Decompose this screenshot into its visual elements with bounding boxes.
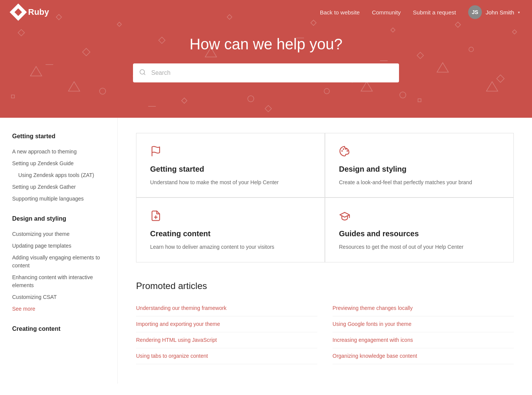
sidebar-link-csat[interactable]: Customizing CSAT bbox=[12, 291, 105, 303]
logo-icon bbox=[10, 3, 27, 21]
svg-point-25 bbox=[248, 96, 254, 102]
sidebar-link-languages[interactable]: Supporting multiple languages bbox=[12, 193, 105, 205]
promoted-link-6[interactable]: Using Google fonts in your theme bbox=[332, 316, 514, 332]
svg-point-41 bbox=[345, 149, 347, 150]
search-icon bbox=[139, 69, 146, 77]
sidebar: Getting started A new approach to themin… bbox=[0, 118, 118, 384]
svg-point-26 bbox=[324, 88, 329, 94]
main-content: Getting started Understand how to make t… bbox=[118, 118, 532, 384]
svg-rect-11 bbox=[417, 52, 424, 59]
promoted-col-right: Previewing theme changes locally Using G… bbox=[332, 300, 514, 364]
flag-icon bbox=[150, 145, 311, 160]
promoted-link-4[interactable]: Using tabs to organize content bbox=[136, 348, 317, 364]
sidebar-link-new-approach[interactable]: A new approach to theming bbox=[12, 146, 105, 158]
svg-rect-7 bbox=[265, 106, 272, 112]
avatar: JS bbox=[468, 5, 482, 19]
brand-name: Ruby bbox=[28, 7, 49, 17]
svg-rect-2 bbox=[82, 48, 90, 56]
logo-link[interactable]: Ruby bbox=[12, 6, 49, 18]
nav-links: Back to website Community Submit a reque… bbox=[320, 5, 520, 19]
promoted-link-3[interactable]: Rendering HTML using JavaScript bbox=[136, 332, 317, 348]
card-creating-content[interactable]: Creating content Learn how to deliver am… bbox=[136, 198, 325, 262]
content-area: Getting started A new approach to themin… bbox=[0, 118, 532, 384]
promoted-link-7[interactable]: Increasing engagement with icons bbox=[332, 332, 514, 348]
sidebar-link-page-templates[interactable]: Updating page templates bbox=[12, 240, 105, 252]
graduation-icon bbox=[339, 210, 500, 224]
card-guides-title: Guides and resources bbox=[339, 229, 500, 238]
promoted-col-left: Understanding our theming framework Impo… bbox=[136, 300, 317, 364]
svg-point-28 bbox=[469, 47, 473, 52]
sidebar-section-design: Design and styling bbox=[12, 215, 105, 222]
search-bar bbox=[133, 63, 399, 82]
svg-rect-13 bbox=[497, 75, 504, 82]
sidebar-link-see-more[interactable]: See more bbox=[12, 303, 105, 315]
svg-marker-16 bbox=[68, 82, 80, 91]
svg-rect-0 bbox=[18, 30, 25, 36]
category-cards-grid: Getting started Understand how to make t… bbox=[136, 133, 514, 262]
svg-rect-14 bbox=[512, 30, 516, 34]
card-design-title: Design and styling bbox=[339, 165, 500, 174]
svg-marker-22 bbox=[486, 82, 498, 91]
submit-request-link[interactable]: Submit a request bbox=[413, 9, 456, 16]
card-creating-content-desc: Learn how to deliver amazing content to … bbox=[150, 243, 311, 251]
svg-rect-33 bbox=[11, 95, 14, 98]
promoted-articles-section: Promoted articles Understanding our them… bbox=[136, 281, 514, 364]
sidebar-link-visual-elements[interactable]: Adding visually engaging elements to con… bbox=[12, 252, 105, 272]
svg-rect-4 bbox=[159, 37, 165, 44]
card-getting-started-desc: Understand how to make the most of your … bbox=[150, 178, 311, 186]
svg-point-40 bbox=[343, 149, 344, 150]
svg-point-42 bbox=[347, 150, 348, 152]
card-design-desc: Create a look-and-feel that perfectly ma… bbox=[339, 178, 500, 186]
hero-title: How can we help you? bbox=[190, 36, 342, 53]
promoted-title: Promoted articles bbox=[136, 281, 514, 291]
promoted-link-1[interactable]: Understanding our theming framework bbox=[136, 300, 317, 316]
sidebar-section-creating-content: Creating content bbox=[12, 325, 105, 332]
promoted-link-2[interactable]: Importing and exporting your theme bbox=[136, 316, 317, 332]
promoted-link-8[interactable]: Organizing knowledge base content bbox=[332, 348, 514, 364]
promoted-grid: Understanding our theming framework Impo… bbox=[136, 300, 514, 364]
svg-rect-10 bbox=[391, 28, 395, 32]
svg-line-37 bbox=[144, 73, 145, 74]
svg-point-23 bbox=[100, 88, 106, 94]
file-plus-icon bbox=[150, 210, 311, 224]
sidebar-link-interactive-elements[interactable]: Enhancing content with interactive eleme… bbox=[12, 272, 105, 291]
sidebar-link-setup-guide[interactable]: Setting up Zendesk Guide bbox=[12, 158, 105, 169]
card-guides-resources[interactable]: Guides and resources Resources to get th… bbox=[325, 198, 514, 262]
back-to-website-link[interactable]: Back to website bbox=[320, 9, 360, 16]
user-menu-chevron-icon: ▾ bbox=[518, 10, 520, 14]
user-menu[interactable]: JS John Smith ▾ bbox=[468, 5, 520, 19]
palette-icon bbox=[339, 145, 500, 160]
svg-point-39 bbox=[341, 150, 343, 152]
sidebar-section-getting-started: Getting started bbox=[12, 133, 105, 140]
card-getting-started[interactable]: Getting started Understand how to make t… bbox=[136, 133, 325, 198]
svg-rect-35 bbox=[418, 99, 421, 102]
svg-marker-20 bbox=[361, 82, 372, 91]
navbar: Ruby Back to website Community Submit a … bbox=[0, 0, 532, 24]
card-getting-started-title: Getting started bbox=[150, 165, 311, 174]
svg-rect-5 bbox=[182, 98, 187, 103]
sidebar-link-customize-theme[interactable]: Customizing your theme bbox=[12, 228, 105, 240]
promoted-link-5[interactable]: Previewing theme changes locally bbox=[332, 300, 514, 316]
card-design-styling[interactable]: Design and styling Create a look-and-fee… bbox=[325, 133, 514, 198]
community-link[interactable]: Community bbox=[372, 9, 401, 16]
user-name: John Smith bbox=[486, 9, 514, 16]
svg-marker-21 bbox=[437, 63, 448, 72]
card-creating-content-title: Creating content bbox=[150, 229, 311, 238]
sidebar-link-gather[interactable]: Setting up Zendesk Gather bbox=[12, 181, 105, 193]
search-input[interactable] bbox=[133, 63, 399, 82]
svg-point-27 bbox=[400, 92, 406, 98]
card-guides-desc: Resources to get the most of out of your… bbox=[339, 243, 500, 251]
svg-marker-15 bbox=[30, 66, 42, 76]
sidebar-link-zat[interactable]: Using Zendesk apps tools (ZAT) bbox=[12, 169, 105, 181]
